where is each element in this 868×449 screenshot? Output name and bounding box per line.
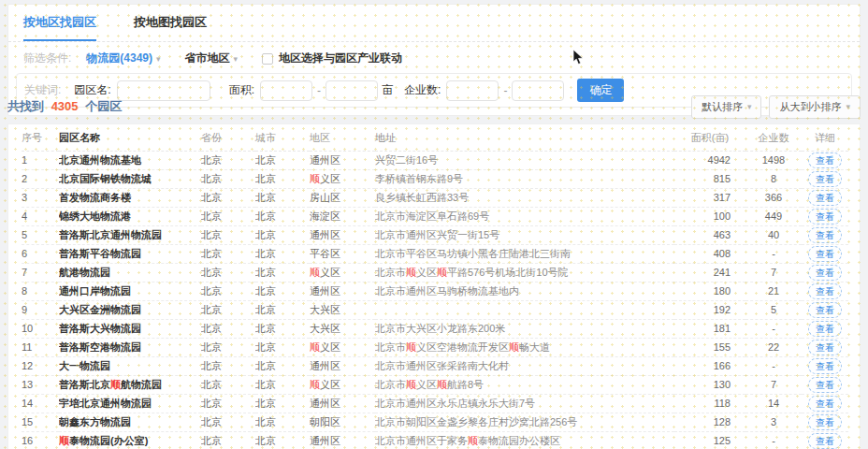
cell-city: 北京 bbox=[255, 394, 310, 413]
cell-city: 北京 bbox=[255, 282, 310, 300]
view-button[interactable]: 查看 bbox=[808, 265, 842, 281]
cell-index: 2 bbox=[22, 169, 59, 188]
cell-detail: 查看 bbox=[802, 207, 848, 225]
cell-company-count: 21 bbox=[745, 282, 802, 300]
cell-address: 李桥镇首钢东路9号 bbox=[375, 169, 674, 188]
cell-city: 北京 bbox=[255, 263, 310, 282]
region-link-checkbox[interactable] bbox=[262, 53, 273, 65]
table-row: 7航港物流园北京北京顺义区北京市顺义区顺平路576号机场北街10号院2417查看 bbox=[22, 263, 848, 282]
tab-find-by-map[interactable]: 按地图找园区 bbox=[134, 14, 207, 41]
cell-district: 通州区 bbox=[310, 431, 375, 449]
cell-district: 顺义区 bbox=[310, 338, 375, 356]
table-row: 3首发物流商务楼北京北京房山区良乡镇长虹西路33号317366查看 bbox=[22, 188, 848, 207]
cell-park-name: 普洛斯大兴物流园 bbox=[59, 319, 201, 338]
cell-area: 408 bbox=[674, 244, 745, 263]
cell-area: 463 bbox=[674, 225, 745, 244]
filter-section-label: 筛选条件: bbox=[23, 51, 71, 66]
table-row: 4锦绣大地物流港北京北京海淀区北京市海淀区阜石路69号100449查看 bbox=[22, 207, 848, 225]
cell-park-name: 首发物流商务楼 bbox=[59, 188, 201, 207]
cell-area: 192 bbox=[674, 300, 745, 319]
cell-district: 通州区 bbox=[310, 151, 375, 169]
cell-district: 顺义区 bbox=[310, 375, 375, 394]
cell-city: 北京 bbox=[255, 300, 310, 319]
region-link-checkbox-label: 地区选择与园区产业联动 bbox=[279, 51, 402, 66]
result-count-suffix: 个园区 bbox=[85, 99, 122, 113]
view-button[interactable]: 查看 bbox=[808, 152, 842, 168]
view-button[interactable]: 查看 bbox=[808, 340, 842, 355]
cell-index: 14 bbox=[22, 394, 59, 413]
view-button[interactable]: 查看 bbox=[808, 227, 842, 243]
cell-address bbox=[375, 300, 674, 319]
cell-park-name: 北京通州物流基地 bbox=[59, 151, 201, 169]
col-header-company-count: 企业数 bbox=[745, 126, 802, 151]
view-button[interactable]: 查看 bbox=[808, 190, 842, 206]
cell-area: 155 bbox=[674, 338, 745, 356]
cell-company-count: 40 bbox=[745, 225, 802, 244]
view-button[interactable]: 查看 bbox=[808, 246, 842, 262]
cell-detail: 查看 bbox=[802, 319, 848, 338]
table-row: 13普洛斯北京顺航物流园北京北京顺义区北京市顺义区顺航路8号1307查看 bbox=[22, 375, 848, 394]
cell-province: 北京 bbox=[201, 282, 255, 300]
cell-park-name: 普洛斯北京通州物流园 bbox=[59, 225, 201, 244]
cell-address: 北京市通州区马驹桥物流基地内 bbox=[375, 282, 674, 300]
category-dropdown[interactable]: 物流园(4349) ▾ bbox=[86, 51, 160, 66]
col-header-index: 序号 bbox=[22, 126, 59, 151]
sort-group: 默认排序 ▾ 从大到小排序 ▾ bbox=[691, 95, 861, 119]
cell-detail: 查看 bbox=[802, 375, 848, 394]
cell-company-count: 5 bbox=[745, 300, 802, 319]
cell-index: 15 bbox=[22, 413, 59, 431]
chevron-down-icon: ▾ bbox=[846, 102, 850, 111]
col-header-detail: 详细 bbox=[802, 126, 848, 151]
view-button[interactable]: 查看 bbox=[808, 302, 842, 318]
cell-address: 北京市顺义区顺航路8号 bbox=[375, 375, 674, 394]
cell-park-name: 朝鑫东方物流园 bbox=[59, 413, 201, 431]
cell-detail: 查看 bbox=[802, 188, 848, 207]
sort-desc-button[interactable]: 从大到小排序 ▾ bbox=[769, 95, 861, 119]
view-button[interactable]: 查看 bbox=[808, 433, 842, 449]
view-button[interactable]: 查看 bbox=[808, 414, 842, 430]
view-button[interactable]: 查看 bbox=[808, 209, 842, 224]
cell-district: 大兴区 bbox=[310, 300, 375, 319]
cell-company-count: 1498 bbox=[745, 151, 802, 169]
view-button[interactable]: 查看 bbox=[808, 396, 842, 412]
cell-area: 100 bbox=[674, 207, 745, 225]
cell-index: 5 bbox=[22, 225, 59, 244]
view-button[interactable]: 查看 bbox=[808, 377, 842, 393]
region-dropdown[interactable]: 省市地区 ▾ bbox=[185, 51, 239, 66]
table-row: 11普洛斯空港物流园北京北京顺义区北京市顺义区空港物流开发区顺畅大道15522查… bbox=[22, 338, 848, 356]
cell-park-name: 普洛斯空港物流园 bbox=[59, 338, 201, 356]
cell-index: 16 bbox=[22, 431, 59, 449]
cell-area: 125 bbox=[674, 431, 745, 449]
cell-detail: 查看 bbox=[802, 394, 848, 413]
sort-default-button[interactable]: 默认排序 ▾ bbox=[691, 95, 762, 119]
cell-area: 815 bbox=[674, 169, 745, 188]
cell-province: 北京 bbox=[201, 225, 255, 244]
cell-province: 北京 bbox=[201, 431, 255, 449]
col-header-province: 省份 bbox=[201, 126, 255, 151]
col-header-area: 面积(亩) bbox=[674, 126, 745, 151]
view-button[interactable]: 查看 bbox=[808, 358, 842, 374]
cell-address: 北京市海淀区阜石路69号 bbox=[375, 207, 674, 225]
cell-detail: 查看 bbox=[802, 169, 848, 188]
tab-find-by-region[interactable]: 按地区找园区 bbox=[23, 14, 96, 41]
cell-area: 317 bbox=[674, 188, 745, 207]
cell-detail: 查看 bbox=[802, 413, 848, 431]
cell-city: 北京 bbox=[255, 225, 310, 244]
sort-default-label: 默认排序 bbox=[702, 100, 743, 114]
cell-detail: 查看 bbox=[802, 300, 848, 319]
cell-city: 北京 bbox=[255, 151, 310, 169]
cell-district: 朝阳区 bbox=[310, 413, 375, 431]
cell-company-count: - bbox=[745, 244, 802, 263]
park-table: 序号 园区名称 省份 城市 地区 地址 面积(亩) 企业数 详细 1北京通州物流… bbox=[22, 126, 848, 449]
view-button[interactable]: 查看 bbox=[808, 321, 842, 337]
table-row: 2北京国际钢铁物流城北京北京顺义区李桥镇首钢东路9号8158查看 bbox=[22, 169, 848, 188]
cell-address: 北京市通州区张采路南大化村 bbox=[375, 356, 674, 375]
cell-company-count: 449 bbox=[745, 207, 802, 225]
view-button[interactable]: 查看 bbox=[808, 171, 842, 187]
view-button[interactable]: 查看 bbox=[808, 283, 842, 299]
cell-index: 9 bbox=[22, 300, 59, 319]
cell-area: 180 bbox=[674, 282, 745, 300]
category-dropdown-value: 物流园(4349) bbox=[86, 51, 152, 66]
cell-detail: 查看 bbox=[802, 282, 848, 300]
table-row: 6普洛斯平谷物流园北京北京平谷区北京市平谷区马坊镇小黑各庄陆港北三街南408-查… bbox=[22, 244, 848, 263]
